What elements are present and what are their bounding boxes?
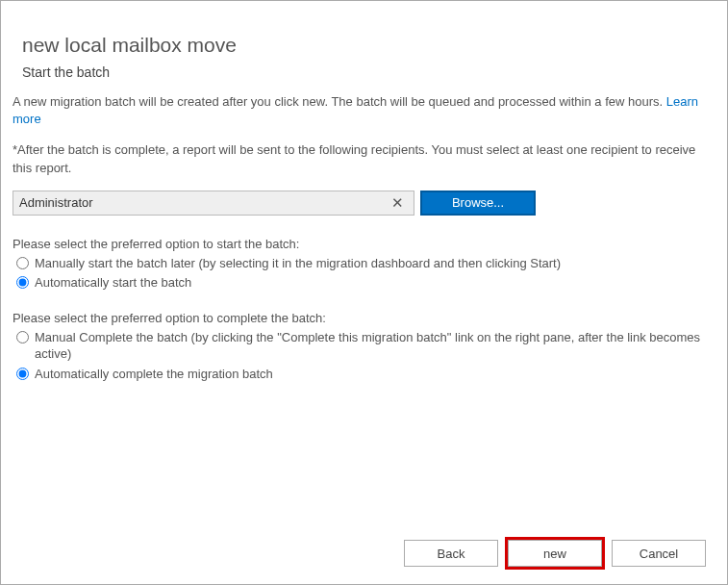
recipient-input[interactable]: Administrator ✕ bbox=[13, 191, 414, 216]
intro-text: A new migration batch will be created af… bbox=[13, 93, 715, 128]
complete-auto-label[interactable]: Automatically complete the migration bat… bbox=[35, 366, 715, 383]
complete-manual-radio[interactable] bbox=[16, 331, 29, 343]
start-section-label: Please select the preferred option to st… bbox=[13, 237, 715, 251]
complete-manual-label[interactable]: Manual Complete the batch (by clicking t… bbox=[35, 329, 715, 363]
recipient-row: Administrator ✕ Browse... bbox=[13, 191, 715, 216]
complete-section-label: Please select the preferred option to co… bbox=[13, 311, 715, 325]
start-auto-radio[interactable] bbox=[16, 276, 29, 289]
footer-buttons: Back new Cancel bbox=[404, 540, 706, 567]
recipient-value: Administrator bbox=[19, 195, 388, 210]
clear-icon[interactable]: ✕ bbox=[388, 194, 408, 212]
new-button[interactable]: new bbox=[508, 540, 602, 567]
browse-button[interactable]: Browse... bbox=[420, 191, 536, 216]
start-manual-radio[interactable] bbox=[16, 257, 29, 269]
page-subtitle: Start the batch bbox=[13, 64, 715, 80]
page-title: new local mailbox move bbox=[13, 34, 715, 57]
start-auto-label[interactable]: Automatically start the batch bbox=[35, 274, 715, 292]
start-radio-group: Manually start the batch later (by selec… bbox=[13, 255, 715, 292]
back-button[interactable]: Back bbox=[404, 540, 498, 567]
start-manual-label[interactable]: Manually start the batch later (by selec… bbox=[35, 255, 715, 272]
intro-body: A new migration batch will be created af… bbox=[13, 94, 666, 109]
complete-radio-group: Manual Complete the batch (by clicking t… bbox=[13, 329, 715, 383]
recipient-instruction: *After the batch is complete, a report w… bbox=[13, 141, 715, 176]
complete-auto-radio[interactable] bbox=[16, 368, 29, 380]
cancel-button[interactable]: Cancel bbox=[612, 540, 706, 567]
